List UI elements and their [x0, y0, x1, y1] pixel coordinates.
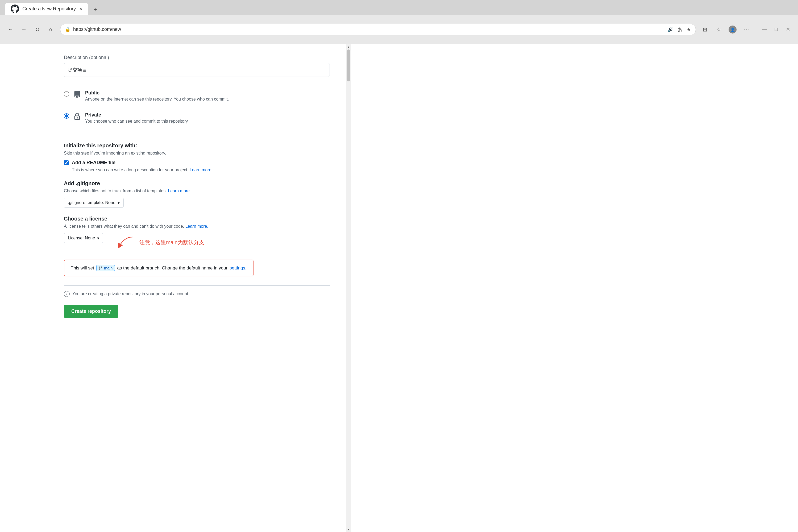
description-label: Description (optional): [64, 55, 330, 60]
gitignore-dropdown[interactable]: .gitignore template: None ▾: [64, 198, 124, 208]
active-tab[interactable]: Create a New Repository ✕: [5, 3, 88, 15]
public-info: Public Anyone on the internet can see th…: [85, 90, 229, 101]
avatar: 👤: [728, 25, 737, 34]
close-window-button[interactable]: ✕: [783, 25, 793, 34]
back-button[interactable]: ←: [5, 24, 16, 35]
gitignore-title: Add .gitignore: [64, 180, 330, 187]
branch-badge: main: [96, 265, 115, 271]
description-section: Description (optional) 提交项目: [64, 55, 330, 77]
collections-button[interactable]: ⊞: [700, 25, 710, 34]
settings-button[interactable]: ⋯: [742, 25, 751, 34]
annotation-row: 注意，这里main为默认分支，: [114, 236, 209, 249]
default-branch-prefix: This will set: [71, 265, 94, 271]
readme-description: This is where you can write a long descr…: [72, 168, 330, 172]
scrollbar-up-arrow[interactable]: ▲: [346, 44, 351, 50]
public-radio[interactable]: [64, 91, 69, 97]
browser-tab-bar: Create a New Repository ✕ +: [0, 0, 798, 15]
repo-icon: [73, 91, 81, 100]
default-branch-box: This will set main as the default branch…: [64, 260, 253, 277]
annotation-arrow: [114, 236, 135, 249]
tab-close-button[interactable]: ✕: [79, 6, 82, 12]
address-bar-actions: 🔊 あ ★: [667, 26, 691, 33]
readme-learn-more-link[interactable]: Learn more.: [190, 168, 212, 172]
license-subtitle: A license tells others what they can and…: [64, 224, 330, 229]
license-title: Choose a license: [64, 216, 330, 222]
favorites-bar-button[interactable]: ☆: [714, 25, 723, 34]
gitignore-subtitle: Choose which files not to track from a l…: [64, 189, 330, 193]
private-label: Private: [85, 112, 189, 118]
nav-buttons: ← → ↻ ⌂: [5, 24, 56, 35]
readme-checkbox-row: Add a README file: [64, 160, 330, 166]
public-description: Anyone on the internet can see this repo…: [85, 97, 229, 101]
read-aloud-icon[interactable]: 🔊: [667, 26, 673, 33]
annotation-area: 注意，这里main为默认分支，: [114, 236, 209, 249]
init-title: Initialize this repository with:: [64, 142, 330, 149]
annotation-text: 注意，这里main为默认分支，: [139, 239, 209, 246]
divider-2: [64, 285, 330, 286]
settings-link[interactable]: settings.: [230, 265, 246, 271]
tab-title: Create a New Repository: [22, 6, 76, 12]
minimize-button[interactable]: —: [760, 25, 769, 34]
lock-icon: [73, 113, 81, 122]
default-branch-suffix: as the default branch. Change the defaul…: [117, 265, 227, 271]
license-dropdown[interactable]: License: None ▾: [64, 233, 103, 243]
new-tab-button[interactable]: +: [90, 4, 100, 15]
window-controls: — □ ✕: [760, 25, 793, 34]
lock-icon: 🔒: [65, 27, 71, 32]
gitignore-learn-more-link[interactable]: Learn more.: [168, 189, 191, 193]
browser-chrome: ← → ↻ ⌂ 🔒 https://github.com/new 🔊 あ ★ ⊞…: [0, 15, 798, 44]
github-favicon: [11, 4, 19, 13]
private-option: Private You choose who can see and commi…: [64, 107, 330, 129]
public-label: Public: [85, 90, 229, 96]
private-description: You choose who can see and commit to thi…: [85, 119, 189, 124]
profile-button[interactable]: 👤: [728, 25, 737, 34]
refresh-button[interactable]: ↻: [32, 24, 42, 35]
home-button[interactable]: ⌂: [45, 24, 56, 35]
readme-checkbox[interactable]: [64, 160, 69, 165]
visibility-section: Public Anyone on the internet can see th…: [64, 85, 330, 129]
description-input[interactable]: 提交项目: [64, 63, 330, 77]
scrollbar-down-arrow[interactable]: ▼: [346, 527, 351, 532]
create-repository-button[interactable]: Create repository: [64, 305, 118, 318]
license-learn-more-link[interactable]: Learn more.: [185, 224, 208, 228]
license-dropdown-label: License: None: [68, 236, 95, 241]
gitignore-dropdown-label: .gitignore template: None: [68, 200, 115, 205]
divider-1: [64, 137, 330, 137]
private-notice: i You are creating a private repository …: [64, 291, 330, 297]
init-subtitle: Skip this step if you're importing an ex…: [64, 151, 330, 156]
gitignore-section: Add .gitignore Choose which files not to…: [64, 180, 330, 208]
scrollbar-thumb[interactable]: [347, 50, 350, 81]
public-option: Public Anyone on the internet can see th…: [64, 85, 330, 107]
readme-label: Add a README file: [72, 160, 115, 166]
private-notice-text: You are creating a private repository in…: [72, 291, 189, 296]
scrollbar-track: ▲ ▼: [346, 44, 351, 532]
license-dropdown-arrow: ▾: [97, 236, 99, 241]
init-section: Initialize this repository with: Skip th…: [64, 142, 330, 172]
address-bar[interactable]: 🔒 https://github.com/new 🔊 あ ★: [60, 24, 696, 35]
url-text: https://github.com/new: [73, 26, 121, 32]
private-info: Private You choose who can see and commi…: [85, 112, 189, 124]
branch-name: main: [104, 266, 113, 270]
translate-icon[interactable]: あ: [678, 26, 682, 33]
favorites-icon[interactable]: ★: [687, 26, 691, 33]
forward-button[interactable]: →: [19, 24, 29, 35]
private-radio[interactable]: [64, 113, 69, 119]
page-content: Description (optional) 提交项目 Public Anyon…: [0, 44, 798, 532]
maximize-button[interactable]: □: [772, 25, 781, 34]
branch-icon: [99, 266, 102, 270]
main-area: Description (optional) 提交项目 Public Anyon…: [0, 44, 346, 532]
info-icon: i: [64, 291, 70, 297]
license-section: Choose a license A license tells others …: [64, 216, 330, 252]
gitignore-dropdown-arrow: ▾: [118, 200, 120, 205]
